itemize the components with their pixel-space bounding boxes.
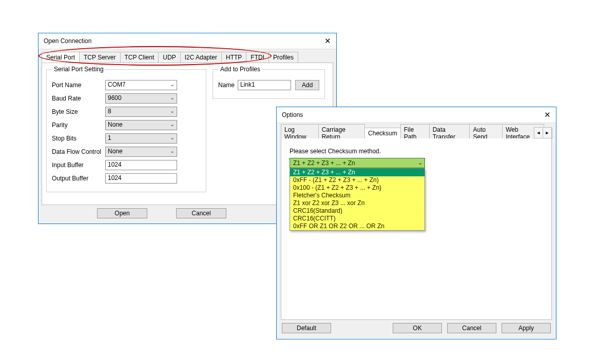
tab-tcp-server[interactable]: TCP Server: [79, 52, 120, 63]
checksum-panel: Please select Checksum method. Z1 + Z2 +…: [281, 138, 552, 320]
tab-scroll-buttons: ◄ ►: [534, 127, 552, 137]
checksum-option[interactable]: 0xFF OR Z1 OR Z2 OR ... OR Zn: [290, 223, 425, 230]
output-buffer-field[interactable]: 1024: [105, 173, 177, 184]
serial-port-setting-group: Serial Port Setting Port Name COM7 Baud …: [46, 66, 206, 192]
byte-size-combo[interactable]: 8: [105, 107, 177, 117]
options-titlebar: Options ✕: [277, 107, 556, 123]
cancel-button[interactable]: Cancel: [447, 323, 496, 333]
profile-name-label: Name: [218, 82, 235, 89]
flow-control-label: Data Flow Control: [52, 148, 105, 155]
tab-http[interactable]: HTTP: [221, 52, 246, 63]
checksum-option[interactable]: Z1 + Z2 + Z3 + ... + Zn: [290, 169, 425, 176]
tab-checksum[interactable]: Checksum: [364, 128, 401, 138]
baud-rate-label: Baud Rate: [52, 95, 105, 102]
checksum-prompt: Please select Checksum method.: [290, 148, 543, 155]
add-to-profiles-legend: Add to Profiles: [218, 66, 262, 73]
tab-i2c-adapter[interactable]: I2C Adapter: [180, 52, 222, 63]
checksum-option[interactable]: 0x100 - (Z1 + Z2 + Z3 + ... + Zn): [290, 184, 425, 192]
options-button-row: Default OK Cancel Apply: [281, 320, 552, 334]
add-profile-button[interactable]: Add: [295, 80, 319, 90]
port-name-combo[interactable]: COM7: [105, 80, 177, 90]
apply-button[interactable]: Apply: [502, 323, 551, 333]
tab-profiles[interactable]: Profiles: [268, 52, 298, 63]
connection-tabs: Serial Port TCP Server TCP Client UDP I2…: [42, 51, 333, 63]
open-connection-title: Open Connection: [44, 37, 91, 45]
baud-rate-combo[interactable]: 9600: [105, 93, 177, 104]
tab-scroll-left-icon[interactable]: ◄: [534, 127, 543, 138]
open-button[interactable]: Open: [97, 208, 147, 218]
checksum-method-combo[interactable]: Z1 + Z2 + Z3 + ... + Zn: [290, 158, 425, 168]
checksum-option[interactable]: CRC16(Standard): [290, 207, 425, 215]
stop-bits-combo[interactable]: 1: [105, 133, 177, 144]
tab-serial-port[interactable]: Serial Port: [42, 52, 80, 63]
parity-label: Parity: [52, 122, 105, 129]
stop-bits-label: Stop Bits: [52, 135, 105, 142]
open-connection-titlebar: Open Connection ✕: [38, 33, 336, 49]
ok-button[interactable]: OK: [393, 323, 442, 333]
close-icon[interactable]: ✕: [544, 110, 551, 119]
tab-udp[interactable]: UDP: [158, 52, 180, 63]
checksum-dropdown-list: Z1 + Z2 + Z3 + ... + Zn 0xFF - (Z1 + Z2 …: [290, 168, 425, 231]
byte-size-label: Byte Size: [52, 108, 105, 115]
input-buffer-label: Input Buffer: [52, 161, 105, 169]
flow-control-combo[interactable]: None: [105, 147, 177, 157]
output-buffer-label: Output Buffer: [52, 175, 105, 182]
cancel-button[interactable]: Cancel: [176, 208, 226, 218]
serial-port-setting-legend: Serial Port Setting: [52, 66, 106, 73]
checksum-option[interactable]: Fletcher's Checksum: [290, 192, 425, 199]
parity-combo[interactable]: None: [105, 120, 177, 130]
options-title: Options: [282, 111, 303, 118]
default-button[interactable]: Default: [282, 323, 331, 333]
close-icon[interactable]: ✕: [324, 36, 331, 46]
options-window: Options ✕ Log Window Carriage Return Che…: [276, 107, 556, 339]
input-buffer-field[interactable]: 1024: [105, 160, 177, 170]
checksum-option[interactable]: Z1 xor Z2 xor Z3 ... xor Zn: [290, 199, 425, 207]
add-to-profiles-group: Add to Profiles Name Link1 Add: [213, 66, 325, 99]
options-tabs: Log Window Carriage Return Checksum File…: [281, 127, 552, 138]
tab-scroll-right-icon[interactable]: ►: [543, 127, 552, 138]
checksum-option[interactable]: CRC16(CCITT): [290, 215, 425, 223]
port-name-label: Port Name: [52, 82, 105, 89]
tab-ftdi[interactable]: FTDI: [246, 52, 269, 63]
tab-tcp-client[interactable]: TCP Client: [120, 52, 159, 63]
checksum-option[interactable]: 0xFF - (Z1 + Z2 + Z3 + ... + Zn): [290, 176, 425, 184]
profile-name-field[interactable]: Link1: [238, 80, 291, 90]
options-body: Log Window Carriage Return Checksum File…: [277, 123, 556, 338]
